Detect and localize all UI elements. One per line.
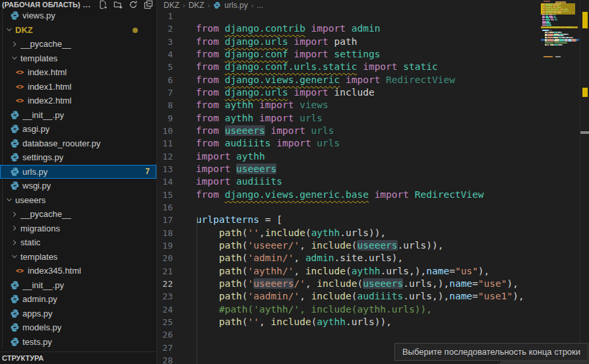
collapse-all-icon[interactable] [144, 0, 153, 9]
line-number[interactable]: 8 [157, 99, 173, 111]
tree-item-label: static [20, 237, 40, 247]
line-number[interactable]: 27 [157, 342, 173, 354]
line-number[interactable]: 2 [157, 22, 173, 35]
tree-item-apps-py[interactable]: apps.py [0, 307, 156, 321]
tree-item-index345-html[interactable]: <>index345.html [0, 264, 156, 278]
code-line[interactable]: 24 #path('aythh/', include(aythh.urls)), [157, 303, 589, 316]
scrollbar-position-mark [580, 131, 589, 134]
tree-item-index2-html[interactable]: <>index2.html [0, 94, 156, 108]
tree-item--pycache-[interactable]: __pycache__ [0, 37, 156, 51]
code-line[interactable]: 17urlpatterns = [ [157, 214, 589, 226]
more-actions-ellipsis[interactable]: ... [83, 1, 91, 9]
code-line[interactable]: 26 [157, 328, 589, 341]
line-number[interactable]: 21 [157, 265, 173, 278]
code-line[interactable]: 5from django.conf.urls.static import sta… [157, 61, 589, 73]
tree-item--pycache-[interactable]: __pycache__ [0, 207, 156, 222]
line-number[interactable]: 23 [157, 290, 173, 303]
code-line[interactable]: 10from useeers import urls [157, 125, 589, 137]
tree-item-migrations[interactable]: migrations [0, 222, 156, 236]
tree-item-static[interactable]: static [0, 235, 156, 250]
code-line[interactable]: 19 path('useeer/', include(useeers.urls)… [157, 239, 589, 252]
tree-item-dkz[interactable]: DKZ [0, 23, 156, 38]
python-file-icon [9, 124, 20, 135]
code-line[interactable]: 13import useeers [157, 163, 589, 175]
line-number[interactable]: 19 [157, 239, 173, 252]
breadcrumb-item-folder[interactable]: DKZ [189, 1, 204, 10]
code-line[interactable]: 6from django.views.generic import Redire… [157, 74, 589, 86]
line-number[interactable]: 5 [157, 61, 173, 73]
code-line[interactable]: 3from django.urls import path [157, 36, 589, 48]
breadcrumb-item-file[interactable]: urls.py [224, 1, 247, 10]
code-line[interactable]: 22 path('useeers/', include(useeers.urls… [157, 278, 589, 290]
statusbar-item-peek[interactable] [500, 361, 589, 364]
code-line[interactable]: 4from django.conf import settings [157, 48, 589, 61]
refresh-icon[interactable] [129, 0, 138, 9]
tree-item-templates[interactable]: templates [0, 250, 156, 264]
tree-item-index1-html[interactable]: <>index1.html [0, 80, 156, 94]
explorer-actions [98, 0, 156, 9]
line-number[interactable]: 10 [157, 125, 173, 137]
line-number[interactable]: 1 [157, 10, 173, 22]
code-line[interactable]: 1 [157, 10, 589, 22]
code-line[interactable]: 8from aythh import views [157, 99, 589, 111]
breadcrumb-item-symbol[interactable]: ... [257, 1, 263, 10]
tree-item-views-py[interactable]: views.py [0, 9, 156, 23]
tree-item-settings-py[interactable]: settings.py [0, 150, 156, 165]
tree-item-admin-py[interactable]: admin.py [0, 292, 156, 307]
tree-item-asgi-py[interactable]: asgi.py [0, 122, 156, 136]
html-file-icon: <> [15, 81, 25, 92]
line-number[interactable]: 14 [157, 175, 173, 188]
code-line[interactable]: 9from aythh import urls [157, 112, 589, 125]
code-line[interactable]: 25 path('', include(aythh.urls)), [157, 316, 589, 328]
new-file-icon[interactable] [98, 0, 108, 9]
code-line[interactable]: 15from django.views.generic.base import … [157, 189, 589, 201]
tree-item-index-html[interactable]: <>index.html [0, 65, 156, 80]
line-number[interactable]: 20 [157, 252, 173, 264]
tree-item-models-py[interactable]: models.py [0, 320, 156, 335]
tree-item-wsgi-py[interactable]: wsgi.py [0, 179, 156, 193]
code-line[interactable]: 23 path('aadmin/', include(audiiits.urls… [157, 290, 589, 303]
minimap-decoration [543, 56, 553, 57]
line-number[interactable]: 4 [157, 48, 173, 61]
tree-item-urls-py[interactable]: urls.py7 [0, 165, 156, 179]
line-number[interactable]: 6 [157, 74, 173, 86]
code-line[interactable]: 11from audiiits import urls [157, 137, 589, 150]
line-number[interactable]: 28 [157, 354, 173, 364]
chevron-down-icon [9, 53, 19, 63]
code-line[interactable]: 16 [157, 201, 589, 214]
line-number[interactable]: 11 [157, 137, 173, 150]
line-number[interactable]: 9 [157, 112, 173, 125]
minimap[interactable] [541, 0, 579, 364]
new-folder-icon[interactable] [113, 0, 123, 9]
overview-ruler-scrollbar[interactable] [580, 0, 589, 364]
tree-item--init-py[interactable]: __init__.py [0, 108, 156, 123]
code-line[interactable]: 7from django.urls import include [157, 86, 589, 99]
code-line[interactable]: 2from django.contrib import admin [157, 22, 589, 35]
line-number[interactable]: 26 [157, 328, 173, 341]
code-line[interactable]: 21 path('aythh/', include(aythh.urls,),n… [157, 265, 589, 278]
breadcrumb-item-project[interactable]: DKZ [164, 1, 179, 10]
line-number[interactable]: 3 [157, 36, 173, 48]
tree-item-useeers[interactable]: useeers [0, 193, 156, 208]
line-number[interactable]: 18 [157, 227, 173, 239]
tree-item--init-py[interactable]: __init__.py [0, 278, 156, 293]
line-number[interactable]: 7 [157, 86, 173, 99]
line-number[interactable]: 16 [157, 201, 173, 214]
line-number[interactable]: 22 [157, 278, 173, 290]
tree-item-database-roouter-py[interactable]: database_roouter.py [0, 136, 156, 151]
line-number[interactable]: 13 [157, 163, 173, 175]
tree-item-tests-py[interactable]: tests.py [0, 335, 156, 349]
line-number[interactable]: 17 [157, 214, 173, 226]
code-area[interactable]: 12from django.contrib import admin3from … [157, 10, 589, 364]
line-number[interactable]: 24 [157, 303, 173, 316]
line-number[interactable]: 12 [157, 150, 173, 163]
line-number[interactable]: 15 [157, 189, 173, 201]
code-line[interactable]: 20 path('admin/', admin.site.urls), [157, 252, 589, 264]
code-line[interactable]: 12import aythh [157, 150, 589, 163]
tree-item-templates[interactable]: templates [0, 51, 156, 66]
code-line[interactable]: 18 path('',include(aythh.urls)), [157, 227, 589, 239]
code-line[interactable]: 14import audiiits [157, 175, 589, 188]
line-number[interactable]: 25 [157, 316, 173, 328]
explorer-section-header[interactable]: (РАБОЧАЯ ОБЛАСТЬ) ... [0, 0, 156, 9]
outline-section-header[interactable]: СТРУКТУРА [0, 351, 156, 364]
